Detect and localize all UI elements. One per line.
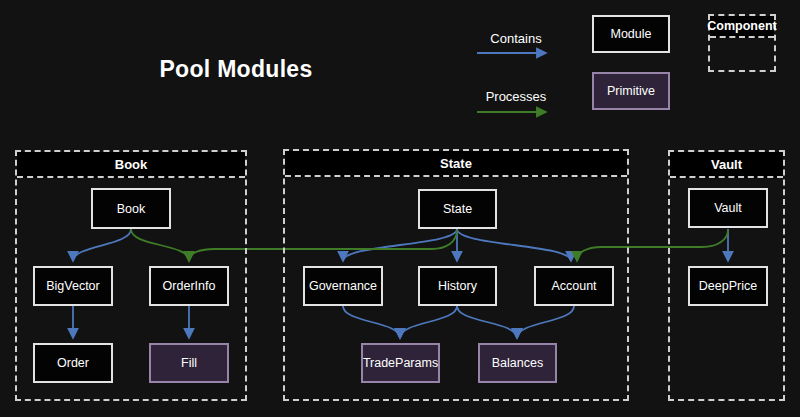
container-state-header: State: [285, 151, 627, 177]
node-tradeparams: TradeParams: [361, 343, 440, 383]
node-account: Account: [534, 266, 614, 306]
legend-primitive-box: Primitive: [592, 72, 670, 110]
legend-component-box: Component: [708, 14, 776, 72]
node-governance: Governance: [303, 266, 383, 306]
node-bigvector: BigVector: [33, 266, 113, 306]
container-vault-header: Vault: [670, 152, 783, 178]
node-fill: Fill: [149, 343, 229, 383]
node-deepprice: DeepPrice: [688, 266, 768, 306]
pool-modules-diagram: Pool Modules Contains Processes Module P…: [0, 0, 800, 417]
node-vault: Vault: [688, 188, 768, 228]
node-balances: Balances: [478, 343, 557, 383]
page-title: Pool Modules: [150, 56, 322, 83]
legend-component-label: Component: [710, 16, 774, 38]
container-book-header: Book: [17, 152, 245, 178]
legend-module-box: Module: [592, 15, 670, 53]
node-order: Order: [33, 343, 113, 383]
node-history: History: [418, 266, 497, 306]
node-state: State: [418, 189, 497, 229]
node-orderinfo: OrderInfo: [149, 266, 229, 306]
legend-contains-label: Contains: [478, 31, 554, 46]
node-book: Book: [91, 188, 171, 229]
legend-processes-label: Processes: [478, 89, 554, 104]
